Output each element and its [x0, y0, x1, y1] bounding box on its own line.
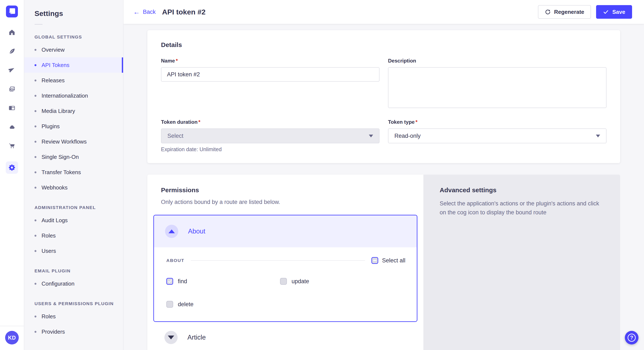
- page-header: ← Back API token #2 Regenerate Save: [124, 0, 644, 24]
- accordion-about: About ABOUT Select all: [153, 215, 418, 322]
- token-duration-field-group: Token duration* Select Expiration date: …: [161, 119, 380, 153]
- layout-card-icon[interactable]: [8, 105, 15, 111]
- bullet-icon: [34, 80, 36, 81]
- bullet-icon: [34, 95, 36, 97]
- accordion-about-header[interactable]: About: [154, 215, 417, 247]
- sidebar-title: Settings: [24, 0, 123, 18]
- collapse-toggle[interactable]: [165, 225, 178, 238]
- cart-icon[interactable]: [8, 143, 15, 149]
- bullet-icon: [34, 49, 36, 51]
- home-icon[interactable]: [8, 29, 15, 36]
- accordion-about-label: About: [188, 227, 205, 235]
- gear-icon[interactable]: [6, 161, 18, 174]
- chevron-down-icon: [596, 135, 600, 137]
- name-field-group: Name*: [161, 58, 380, 109]
- sidebar-item-single-sign-on[interactable]: Single Sign-On: [24, 149, 123, 165]
- bullet-icon: [34, 172, 36, 173]
- save-button[interactable]: Save: [596, 5, 632, 19]
- section-divider: [191, 260, 365, 261]
- token-type-field-group: Token type* Read-only: [388, 119, 606, 153]
- permissions-subtitle: Only actions bound by a route are listed…: [161, 199, 410, 205]
- sidebar-item-webhooks[interactable]: Webhooks: [24, 180, 123, 195]
- select-all-control[interactable]: Select all: [372, 257, 406, 264]
- sidebar-item-media-library[interactable]: Media Library: [24, 103, 123, 119]
- permissions-row: Permissions Only actions bound by a rout…: [147, 175, 620, 350]
- details-card: Details Name* Description Token duration…: [147, 30, 620, 163]
- description-field-group: Description: [388, 58, 606, 109]
- rail-footer: KD: [0, 326, 24, 350]
- strapi-logo[interactable]: [6, 5, 18, 17]
- paper-plane-icon[interactable]: [8, 67, 15, 74]
- sidebar-item-plugins[interactable]: Plugins: [24, 119, 123, 134]
- sidebar-item-configuration[interactable]: Configuration: [24, 276, 123, 291]
- section-label-administration-panel: ADMINISTRATION PANEL: [34, 205, 118, 210]
- required-marker: *: [198, 119, 200, 125]
- help-button[interactable]: ?: [625, 331, 638, 345]
- section-label-global-settings: GLOBAL SETTINGS: [34, 34, 118, 39]
- token-duration-select[interactable]: Select: [161, 128, 380, 143]
- page-content: Details Name* Description Token duration…: [124, 24, 644, 350]
- permission-find[interactable]: find: [166, 278, 280, 285]
- token-type-select[interactable]: Read-only: [388, 128, 606, 143]
- sidebar-item-users[interactable]: Users: [24, 243, 123, 259]
- bullet-icon: [34, 250, 36, 252]
- expand-toggle[interactable]: [164, 331, 178, 344]
- bullet-icon: [34, 316, 36, 318]
- question-mark-icon: ?: [628, 334, 636, 342]
- find-checkbox[interactable]: [166, 278, 173, 285]
- sidebar-item-up-roles[interactable]: Roles: [24, 309, 123, 324]
- cloud-icon[interactable]: [8, 124, 15, 130]
- accordion-article-header[interactable]: Article: [153, 322, 418, 350]
- required-marker: *: [176, 58, 178, 64]
- advanced-settings-panel: Advanced settings Select the application…: [423, 175, 620, 350]
- sidebar-item-api-tokens[interactable]: API Tokens: [24, 57, 123, 73]
- bullet-icon: [34, 110, 36, 112]
- name-input[interactable]: [161, 67, 380, 82]
- back-link[interactable]: ← Back: [133, 9, 156, 15]
- delete-checkbox[interactable]: [166, 301, 173, 308]
- permission-delete[interactable]: delete: [166, 301, 280, 308]
- accordion-article: Article: [153, 322, 418, 350]
- check-icon: [168, 279, 172, 284]
- section-label-email-plugin: EMAIL PLUGIN: [34, 268, 118, 273]
- permission-update[interactable]: update: [280, 278, 405, 285]
- regenerate-button[interactable]: Regenerate: [538, 5, 591, 19]
- required-marker: *: [416, 119, 418, 125]
- advanced-settings-description: Select the application's actions or the …: [440, 199, 603, 217]
- section-label-users-permissions-plugin: USERS & PERMISSIONS PLUGIN: [34, 301, 118, 306]
- main-area: ← Back API token #2 Regenerate Save De: [124, 0, 644, 350]
- token-type-label: Token type*: [388, 119, 606, 125]
- back-arrow-icon: ←: [133, 9, 140, 15]
- accordion-article-label: Article: [188, 334, 206, 341]
- select-all-checkbox[interactable]: [372, 257, 378, 264]
- bullet-icon: [34, 141, 36, 143]
- expiration-helper-text: Expiration date: Unlimited: [161, 146, 380, 153]
- sidebar-item-transfer-tokens[interactable]: Transfer Tokens: [24, 165, 123, 180]
- sidebar-item-internationalization[interactable]: Internationalization: [24, 88, 123, 103]
- main-nav-rail: KD: [0, 0, 24, 350]
- check-icon: [603, 9, 609, 15]
- sidebar-item-providers[interactable]: Providers: [24, 324, 123, 339]
- chevron-down-icon: [369, 135, 373, 137]
- avatar[interactable]: KD: [5, 331, 19, 345]
- indeterminate-dash-icon: [373, 260, 376, 261]
- sidebar-item-overview[interactable]: Overview: [24, 42, 123, 57]
- sidebar-item-audit-logs[interactable]: Audit Logs: [24, 213, 123, 228]
- page-title: API token #2: [162, 8, 206, 16]
- sidebar-item-admin-roles[interactable]: Roles: [24, 228, 123, 243]
- bullet-icon: [34, 331, 36, 333]
- sidebar-item-releases[interactable]: Releases: [24, 73, 123, 88]
- description-textarea[interactable]: [388, 67, 606, 108]
- bullet-icon: [34, 126, 36, 127]
- sidebar-item-review-workflows[interactable]: Review Workflows: [24, 134, 123, 149]
- chevron-down-icon: [168, 336, 174, 339]
- bullet-icon: [34, 64, 36, 66]
- token-duration-label: Token duration*: [161, 119, 380, 125]
- permissions-panel: Permissions Only actions bound by a rout…: [147, 175, 423, 350]
- refresh-icon: [545, 9, 551, 15]
- settings-sidebar: Settings GLOBAL SETTINGS Overview API To…: [24, 0, 124, 350]
- feather-icon[interactable]: [8, 48, 15, 55]
- media-pictures-icon[interactable]: [8, 86, 15, 93]
- update-checkbox[interactable]: [280, 278, 287, 285]
- advanced-settings-heading: Advanced settings: [440, 186, 603, 194]
